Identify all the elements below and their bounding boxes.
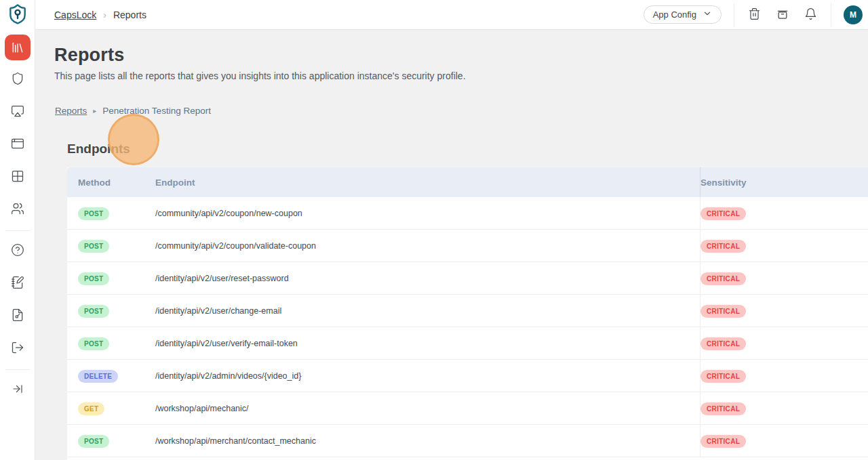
report-breadcrumb-parent-link[interactable]: Reports [55, 106, 87, 116]
bell-icon [804, 7, 817, 22]
report-breadcrumb: Reports ▸ Penetration Testing Report [55, 106, 868, 116]
table-row[interactable]: POST /community/api/v2/coupon/new-coupon… [67, 197, 868, 230]
method-badge: DELETE [78, 370, 118, 383]
sensitivity-badge: CRITICAL [701, 207, 746, 220]
chevron-down-icon [703, 9, 712, 20]
method-badge: POST [78, 337, 109, 350]
table-row[interactable]: DELETE /identity/api/v2/admin/videos/{vi… [67, 360, 868, 392]
endpoint-path: /workshop/api/merchant/contact_mechanic [155, 436, 316, 446]
table-row-partial [67, 457, 868, 460]
table-body: POST /community/api/v2/coupon/new-coupon… [67, 197, 868, 457]
method-badge: POST [78, 305, 109, 318]
library-icon [5, 35, 31, 60]
table-row[interactable]: POST /workshop/api/merchant/contact_mech… [67, 425, 868, 457]
breadcrumb: CapsLock › Reports [54, 9, 146, 20]
breadcrumb-separator: › [103, 9, 106, 20]
method-badge: GET [78, 402, 104, 415]
sidebar-item-security[interactable] [0, 64, 35, 96]
app-logo[interactable] [0, 0, 35, 31]
archive-icon [776, 7, 789, 22]
archive-button[interactable] [774, 5, 791, 24]
endpoint-path: /workshop/api/mechanic/ [155, 404, 249, 413]
topbar-divider [831, 3, 831, 26]
page-header: Reports This page lists all the reports … [35, 30, 868, 81]
file-key-icon [11, 308, 24, 325]
help-icon [11, 243, 24, 259]
sidebar-divider [5, 230, 30, 231]
sensitivity-badge: CRITICAL [701, 240, 746, 253]
main-content: Reports This page lists all the reports … [35, 30, 868, 460]
endpoint-path: /identity/api/v2/user/change-email [155, 306, 281, 316]
endpoints-section: Endpoints Method Endpoint Sensitivity PO… [67, 142, 868, 460]
report-breadcrumb-current: Penetration Testing Report [102, 106, 211, 116]
breadcrumb-root-link[interactable]: CapsLock [54, 9, 96, 20]
sensitivity-badge: CRITICAL [701, 305, 746, 318]
trash-icon [748, 7, 761, 22]
sidebar-item-applications[interactable] [0, 129, 35, 161]
table-row[interactable]: GET /workshop/api/mechanic/ CRITICAL [67, 392, 868, 425]
sensitivity-badge: CRITICAL [701, 435, 746, 448]
section-title: Endpoints [67, 142, 868, 156]
table-row[interactable]: POST /community/api/v2/coupon/validate-c… [67, 230, 868, 262]
method-badge: POST [78, 240, 109, 253]
column-header-sensitivity[interactable]: Sensitivity [701, 177, 868, 188]
sidebar-item-users[interactable] [0, 194, 35, 226]
sidebar-item-help[interactable] [0, 235, 35, 268]
sidebar-collapse-toggle[interactable] [0, 374, 35, 406]
trash-button[interactable] [747, 6, 762, 24]
endpoint-path: /identity/api/v2/user/reset-password [155, 274, 289, 283]
notifications-button[interactable] [803, 6, 818, 24]
table-header: Method Endpoint Sensitivity [67, 167, 868, 197]
topbar-divider [734, 3, 734, 26]
sidebar [0, 0, 35, 460]
shield-pin-logo-icon [7, 3, 28, 28]
endpoints-table: Method Endpoint Sensitivity POST /commun… [67, 167, 868, 460]
sidebar-item-reports[interactable] [0, 31, 35, 64]
sidebar-item-report-files[interactable] [0, 300, 35, 333]
sidebar-divider [5, 369, 30, 370]
logout-icon [11, 341, 24, 357]
method-badge: POST [78, 207, 109, 220]
breadcrumb-current: Reports [113, 9, 146, 20]
table-row[interactable]: POST /identity/api/v2/user/verify-email-… [67, 327, 868, 360]
sidebar-item-notes[interactable] [0, 268, 35, 300]
method-badge: POST [78, 272, 109, 285]
topbar-actions: App Config [644, 3, 863, 26]
sidebar-item-logout[interactable] [0, 333, 35, 365]
app-config-label: App Config [653, 9, 696, 20]
endpoint-path: /community/api/v2/coupon/new-coupon [155, 209, 302, 218]
airplay-icon [11, 104, 24, 121]
endpoint-path: /identity/api/v2/user/verify-email-token [155, 339, 298, 348]
breadcrumb-arrow-icon: ▸ [93, 107, 96, 114]
sidebar-item-monitoring[interactable] [0, 96, 35, 129]
sensitivity-badge: CRITICAL [701, 370, 746, 383]
app-window-icon [11, 137, 24, 153]
topbar: CapsLock › Reports App Config [35, 0, 868, 30]
page-title: Reports [54, 45, 849, 66]
sensitivity-badge: CRITICAL [701, 337, 746, 350]
collapse-icon [12, 383, 24, 398]
table-row[interactable]: POST /identity/api/v2/user/change-email … [67, 295, 868, 327]
sensitivity-badge: CRITICAL [701, 402, 746, 415]
page-description: This page lists all the reports that giv… [54, 70, 849, 81]
shield-icon [11, 72, 24, 88]
users-icon [11, 202, 24, 218]
avatar[interactable]: M [844, 5, 863, 24]
table-row[interactable]: POST /identity/api/v2/user/reset-passwor… [67, 262, 868, 295]
grid-icon [11, 169, 24, 186]
notebook-pen-icon [11, 276, 24, 292]
sidebar-item-inventory[interactable] [0, 161, 35, 194]
app-root: CapsLock › Reports App Config [0, 0, 868, 460]
column-header-endpoint[interactable]: Endpoint [155, 167, 701, 197]
endpoint-path: /community/api/v2/coupon/validate-coupon [155, 241, 316, 251]
app-config-dropdown[interactable]: App Config [644, 5, 722, 24]
sensitivity-badge: CRITICAL [701, 272, 746, 285]
method-badge: POST [78, 435, 109, 448]
endpoint-path: /identity/api/v2/admin/videos/{video_id} [155, 371, 301, 381]
column-header-method[interactable]: Method [78, 177, 155, 188]
